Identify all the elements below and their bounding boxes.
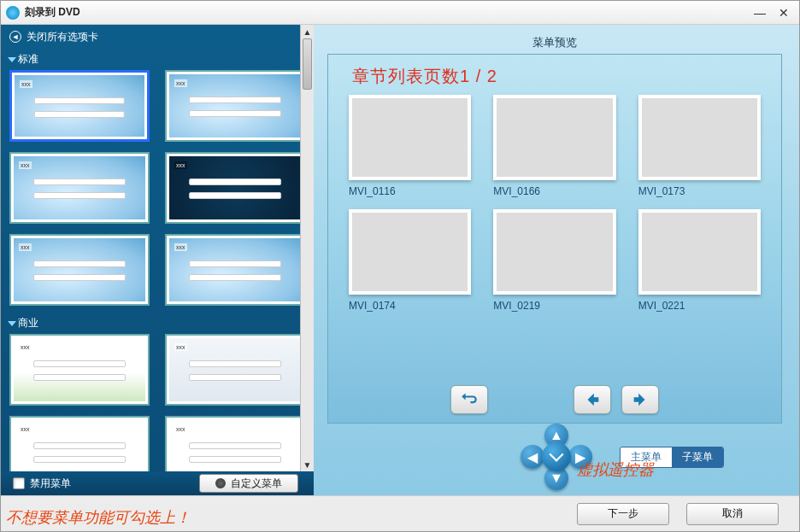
disable-menu-checkbox[interactable]	[13, 477, 25, 489]
clip-thumbnail	[493, 95, 615, 180]
template-item[interactable]: xxx	[9, 416, 150, 471]
scroll-thumb[interactable]	[303, 38, 312, 90]
section-business-label: 商业	[18, 316, 38, 330]
template-item[interactable]: xxx	[165, 70, 305, 142]
clip-item[interactable]: MVI_0174	[349, 209, 471, 312]
clip-name: MVI_0173	[638, 185, 761, 197]
close-button[interactable]: ✕	[774, 5, 794, 20]
gear-icon	[215, 478, 226, 488]
clip-item[interactable]: MVI_0221	[638, 209, 761, 312]
app-icon	[6, 6, 20, 20]
cancel-button[interactable]: 取消	[686, 503, 779, 525]
prev-page-button[interactable]	[574, 385, 611, 414]
next-button[interactable]: 下一步	[577, 503, 669, 525]
annotation-virtual-controller: 虚拟遥控器	[577, 459, 654, 480]
disable-menu-label: 禁用菜单	[30, 476, 71, 491]
expand-icon	[8, 321, 16, 326]
template-panel-footer: 禁用菜单 自定义菜单	[1, 471, 314, 495]
clip-name: MVI_0116	[349, 185, 471, 197]
clip-thumbnail	[638, 209, 761, 295]
template-grid-standard: xxx xxx xxx xxx xxx xxx	[9, 70, 305, 313]
template-item[interactable]: xxx	[165, 152, 305, 224]
dpad-enter-button[interactable]	[542, 442, 571, 471]
custom-menu-button[interactable]: 自定义菜单	[199, 474, 298, 493]
preview-title: 菜单预览	[327, 30, 782, 54]
preview-panel: 菜单预览 章节列表页数1 / 2 MVI_0116 MVI_0166 MVI_0…	[314, 25, 799, 495]
dpad-left-button[interactable]: ◀	[521, 445, 544, 469]
clip-grid: MVI_0116 MVI_0166 MVI_0173 MVI_0174 MVI_…	[349, 95, 761, 312]
annotation-disable-hint: 不想要菜单功能可勾选上！	[6, 507, 191, 528]
arrow-right-icon	[631, 390, 650, 409]
close-all-label: 关闭所有选项卡	[26, 30, 98, 44]
scroll-down-icon[interactable]: ▼	[301, 458, 314, 471]
section-standard-label: 标准	[18, 52, 38, 67]
controller-row: ▲ ▼ ◀ ▶ 主菜单 子菜单 虚拟遥控器	[327, 424, 782, 490]
clip-item[interactable]: MVI_0173	[638, 95, 761, 197]
clip-name: MVI_0174	[349, 300, 471, 312]
clip-thumbnail	[493, 209, 615, 295]
clip-name: MVI_0219	[493, 300, 615, 312]
preview-nav	[328, 385, 781, 414]
template-scrollbar[interactable]: ▲ ▼	[300, 25, 314, 471]
section-business[interactable]: 商业	[1, 313, 305, 334]
minimize-button[interactable]: —	[750, 5, 770, 20]
template-item[interactable]: xxx	[165, 416, 305, 471]
template-panel: ◄ 关闭所有选项卡 标准 xxx xxx xxx xxx xxx xxx	[1, 25, 314, 495]
footer: 不想要菜单功能可勾选上！ 下一步 取消	[1, 495, 799, 531]
template-item[interactable]: xxx	[9, 152, 150, 224]
clip-name: MVI_0221	[638, 300, 761, 312]
window-title: 刻录到 DVD	[25, 5, 80, 20]
close-all-tabs[interactable]: ◄ 关闭所有选项卡	[1, 25, 314, 49]
template-item[interactable]: xxx	[165, 234, 305, 306]
next-page-button[interactable]	[621, 385, 659, 414]
expand-icon	[8, 57, 16, 62]
clip-item[interactable]: MVI_0116	[349, 95, 471, 197]
template-item[interactable]: xxx	[165, 334, 305, 406]
template-item[interactable]: xxx	[9, 234, 150, 306]
clip-item[interactable]: MVI_0219	[493, 209, 615, 312]
app-window: 刻录到 DVD — ✕ ◄ 关闭所有选项卡 标准 xxx xxx xxx xxx	[0, 0, 800, 532]
clip-name: MVI_0166	[493, 185, 615, 197]
titlebar: 刻录到 DVD — ✕	[1, 1, 799, 25]
close-all-icon: ◄	[9, 31, 21, 43]
custom-menu-label: 自定义菜单	[231, 476, 282, 491]
chapter-heading: 章节列表页数1 / 2	[352, 65, 761, 88]
preview-box: 章节列表页数1 / 2 MVI_0116 MVI_0166 MVI_0173 M…	[327, 54, 782, 424]
return-button[interactable]	[450, 385, 488, 414]
clip-thumbnail	[349, 95, 471, 180]
arrow-left-icon	[583, 390, 602, 409]
scroll-up-icon[interactable]: ▲	[301, 25, 314, 38]
virtual-controller: ▲ ▼ ◀ ▶	[519, 424, 594, 490]
template-item[interactable]: xxx	[9, 70, 150, 142]
clip-thumbnail	[349, 209, 471, 295]
template-item[interactable]: xxx	[9, 334, 150, 406]
clip-thumbnail	[638, 95, 761, 180]
template-grid-business: xxx xxx xxx xxx	[9, 334, 305, 471]
section-standard[interactable]: 标准	[1, 49, 314, 70]
clip-item[interactable]: MVI_0166	[493, 95, 615, 197]
sub-menu-tab[interactable]: 子菜单	[672, 447, 723, 467]
return-icon	[460, 390, 479, 409]
